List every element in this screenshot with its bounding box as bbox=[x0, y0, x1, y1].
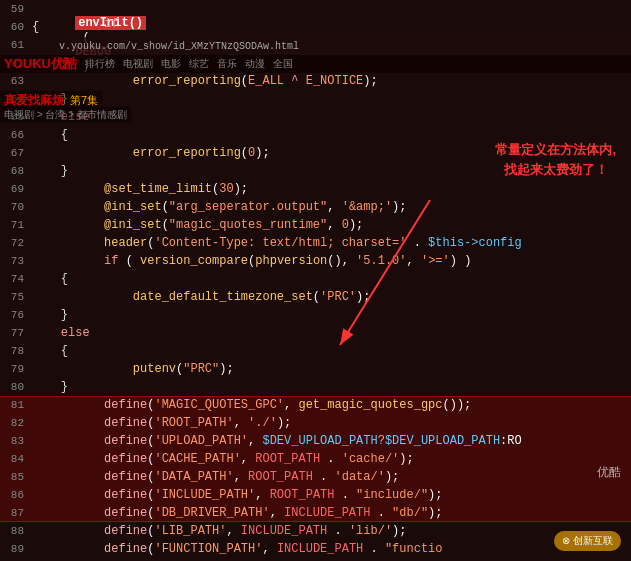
youku-watermark: 优酷 bbox=[597, 464, 621, 481]
line-num-77: 77 bbox=[0, 327, 32, 339]
line-num-74: 74 bbox=[0, 273, 32, 285]
annotation-box: 常量定义在方法体内, 找起来太费劲了！ bbox=[495, 140, 616, 179]
line-num-60: 60 bbox=[0, 21, 32, 33]
code-line-75: 75 date_default_timezone_set('PRC'); bbox=[0, 288, 631, 306]
line-num-67: 67 bbox=[0, 147, 32, 159]
code-line-79: 79 putenv("PRC"); bbox=[0, 360, 631, 378]
line-num-82: 82 bbox=[0, 417, 32, 429]
code-line-89: 89 define('FUNCTION_PATH', INCLUDE_PATH … bbox=[0, 540, 631, 558]
line-num-89: 89 bbox=[0, 543, 32, 555]
line-num-86: 86 bbox=[0, 489, 32, 501]
code-line-73: 73 if ( version_compare(phpversion(), '5… bbox=[0, 252, 631, 270]
code-line-87: 87 define('DB_DRIVER_PATH', INCLUDE_PATH… bbox=[0, 504, 631, 522]
line-num-68: 68 bbox=[0, 165, 32, 177]
nav-dianying: 电影 bbox=[161, 57, 181, 71]
nav-quanguo: 全国 bbox=[273, 57, 293, 71]
code-line-76: 76 } bbox=[0, 306, 631, 324]
line-num-83: 83 bbox=[0, 435, 32, 447]
line-num-84: 84 bbox=[0, 453, 32, 465]
line-num-79: 79 bbox=[0, 363, 32, 375]
episode-label: 第7集 bbox=[70, 93, 98, 108]
line-num-69: 69 bbox=[0, 183, 32, 195]
line-num-88: 88 bbox=[0, 525, 32, 537]
tvdrama-breadcrumb: 电视剧 > 台湾 > 都市情感剧 bbox=[4, 109, 127, 120]
chuangxin-logo: ⊗ 创新互联 bbox=[554, 531, 621, 551]
line-num-85: 85 bbox=[0, 471, 32, 483]
line-num-71: 71 bbox=[0, 219, 32, 231]
line-num-80: 80 bbox=[0, 381, 32, 393]
line-num-73: 73 bbox=[0, 255, 32, 267]
line-num-78: 78 bbox=[0, 345, 32, 357]
code-line-77: 77 else bbox=[0, 324, 631, 342]
url-bar: v.youku.com/v_show/id_XMzYTNzQSODAw.html bbox=[55, 37, 631, 55]
keyword-function: function bbox=[75, 0, 133, 2]
nav-dongman: 动漫 bbox=[245, 57, 265, 71]
nav-paihangbang: 排行榜 bbox=[85, 57, 115, 71]
line-num-75: 75 bbox=[0, 291, 32, 303]
line-num-66: 66 bbox=[0, 129, 32, 141]
line-num-63: 63 bbox=[0, 75, 32, 87]
annotation-line2: 找起来太费劲了！ bbox=[495, 160, 616, 180]
line-num-61: 61 bbox=[0, 39, 32, 51]
code-container: v.youku.com/v_show/id_XMzYTNzQSODAw.html… bbox=[0, 0, 631, 561]
code-line-63: 63 error_reporting(E_ALL ^ E_NOTICE); bbox=[0, 72, 631, 90]
line-num-81: 81 bbox=[0, 399, 32, 411]
line-num-76: 76 bbox=[0, 309, 32, 321]
line-num-87: 87 bbox=[0, 507, 32, 519]
youku-logo: YOUKU优酷 bbox=[0, 55, 77, 73]
url-text: v.youku.com/v_show/id_XMzYTNzQSODAw.html bbox=[59, 41, 299, 52]
annotation-line1: 常量定义在方法体内, bbox=[495, 140, 616, 160]
nav-dianjv: 电视剧 bbox=[123, 57, 153, 71]
line-num-72: 72 bbox=[0, 237, 32, 249]
line-num-59: 59 bbox=[0, 3, 32, 15]
line-num-70: 70 bbox=[0, 201, 32, 213]
nav-yinyue: 音乐 bbox=[217, 57, 237, 71]
nav-zongyi: 综艺 bbox=[189, 57, 209, 71]
